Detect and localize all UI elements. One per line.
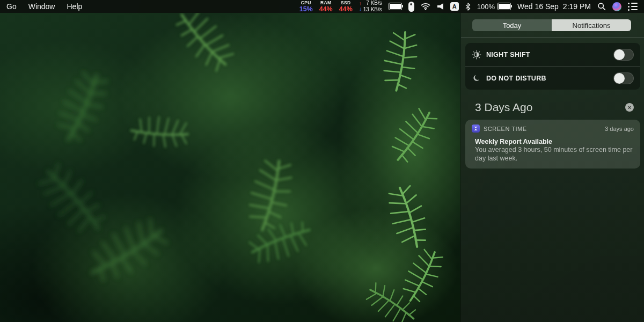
menu-bar-status-items: CPU 15% RAM 44% SSD 44% ↑ ↓ 7 KB/s 13 KB… [299,0,638,13]
volume-icon[interactable] [437,3,444,10]
notification-timestamp: 3 days ago [605,126,634,132]
download-arrow-icon: ↓ [359,6,362,12]
clock-date: Wed 16 Sep [517,2,559,11]
mouse-icon[interactable] [408,2,414,12]
battery-status[interactable]: 100% [477,3,511,11]
notification-group-header: 3 Days Ago × [475,101,634,114]
network-throughput-stat[interactable]: ↑ ↓ 7 KB/s 13 KB/s [359,0,382,13]
download-speed: 13 KB/s [363,6,382,13]
notification-title: Weekly Report Available [472,138,634,145]
group-title: 3 Days Ago [475,101,532,114]
ram-label: RAM [320,1,332,5]
notification-header: SCREEN TIME 3 days ago [472,125,634,133]
notification-center-icon[interactable] [628,3,638,11]
battery-fill [390,4,401,9]
nc-icon-row [628,9,638,11]
nc-icon-row [628,3,638,4]
cpu-stat[interactable]: CPU 15% [299,1,313,12]
night-shift-icon [472,50,481,60]
battery-percent: 100% [477,3,495,11]
screen-time-app-icon [472,125,480,133]
night-shift-row: NIGHT SHIFT [465,43,640,66]
notification-body: You averaged 3 hours, 50 minutes of scre… [472,146,636,163]
ram-stat[interactable]: RAM 44% [319,1,333,12]
spotlight-search-icon[interactable] [597,2,606,11]
toggle-knob [614,49,625,60]
menu-bar-clock[interactable]: Wed 16 Sep 2:19 PM [517,2,591,11]
toggle-knob [614,73,625,84]
cpu-value: 15% [299,6,313,13]
ssd-label: SSD [341,1,351,5]
siri-icon[interactable] [612,2,621,11]
menu-go[interactable]: Go [6,2,17,11]
night-shift-toggle[interactable] [613,49,634,61]
notification-app-name: SCREEN TIME [484,126,601,132]
network-values: 7 KB/s 13 KB/s [363,0,382,13]
quick-toggles-card: NIGHT SHIFT DO NOT DISTURB [465,43,640,90]
battery-fill [499,4,510,9]
nc-tab-switcher: Today Notifications [472,19,631,31]
do-not-disturb-row: DO NOT DISTURB [465,66,640,90]
panel-divider [461,38,644,38]
upload-speed: 7 KB/s [366,0,382,6]
app-menus: Go Window Help [6,2,82,11]
notification-center-panel: Today Notifications NIGHT SHIFT [460,13,644,322]
network-arrows: ↑ ↓ [359,1,362,12]
clock-time: 2:19 PM [563,2,591,11]
cpu-label: CPU [301,1,311,5]
clear-group-button[interactable]: × [625,103,634,112]
night-shift-label: NIGHT SHIFT [486,51,609,58]
ram-value: 44% [319,6,333,13]
menu-help[interactable]: Help [67,2,82,11]
ssd-stat[interactable]: SSD 44% [339,1,353,12]
menu-bar: Go Window Help CPU 15% RAM 44% SSD 44% ↑… [0,0,644,13]
do-not-disturb-toggle[interactable] [613,72,634,84]
battery-icon [497,3,511,10]
menu-window[interactable]: Window [28,2,55,11]
input-source-icon[interactable]: A [450,2,459,11]
notification-card[interactable]: SCREEN TIME 3 days ago Weekly Report Ava… [465,120,640,169]
peripheral-battery-icon[interactable] [389,3,402,10]
do-not-disturb-label: DO NOT DISTURB [486,75,609,82]
tab-today[interactable]: Today [472,19,552,31]
ssd-value: 44% [339,6,353,13]
wifi-icon[interactable] [421,3,430,10]
bluetooth-icon[interactable] [465,3,471,11]
tab-notifications[interactable]: Notifications [552,19,631,31]
moon-icon [472,74,481,83]
nc-icon-row [628,6,638,8]
